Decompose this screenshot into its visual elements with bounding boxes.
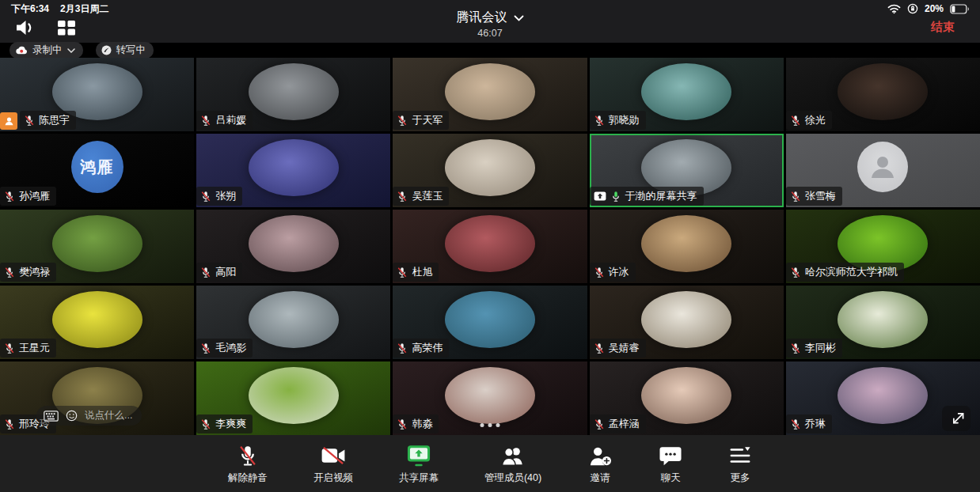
participant-name-label: 张雪梅 [786, 187, 842, 206]
transcribing-label: 转写中 [116, 44, 146, 57]
participant-name: 孙鸿雁 [19, 189, 50, 203]
chevron-down-icon [514, 15, 524, 21]
participant-name: 郭晓勋 [609, 113, 640, 127]
participant-avatar [52, 291, 142, 348]
participant-name-label: 韩淼 [393, 414, 439, 433]
more-icon [728, 443, 752, 468]
participant-tile[interactable]: 邢玲玲 说点什么... [0, 361, 194, 435]
mic-muted-icon [397, 191, 408, 202]
toolbar-label: 开启视频 [313, 471, 353, 485]
toolbar-label: 更多 [731, 471, 750, 485]
share-screen-icon [406, 443, 431, 468]
collapse-grid-icon[interactable] [942, 406, 971, 431]
invite-button[interactable]: 邀请 [583, 442, 617, 486]
participant-name: 于天军 [412, 113, 443, 127]
participant-tile[interactable]: 韩淼 [393, 361, 587, 435]
participant-name: 张朔 [215, 189, 236, 203]
participant-avatar [249, 367, 339, 424]
participant-tile[interactable]: 鸿雁 孙鸿雁 [0, 134, 194, 207]
mic-muted-icon [200, 191, 211, 202]
badges-bar: 录制中 转写中 [0, 43, 980, 58]
participant-avatar [838, 367, 928, 424]
manage-members-button[interactable]: 管理成员(40) [480, 442, 546, 486]
participant-tile[interactable]: 哈尔滨师范大学祁凯 [786, 210, 980, 283]
mic-muted-icon [790, 191, 801, 202]
participant-tile[interactable]: 高阳 [196, 210, 390, 283]
emoji-icon[interactable] [66, 410, 78, 422]
start-video-button[interactable]: 开启视频 [309, 442, 358, 486]
participant-name: 李同彬 [805, 341, 836, 355]
participant-tile[interactable]: 郭晓勋 [590, 58, 784, 131]
participant-avatar [249, 215, 339, 272]
chat-button[interactable]: 聊天 [654, 442, 687, 486]
participant-name: 樊鸿禄 [19, 265, 50, 279]
toolbar-label: 管理成员(40) [484, 471, 541, 485]
participant-tile[interactable]: 杜旭 [393, 210, 587, 283]
mic-muted-icon [594, 267, 605, 278]
participant-tile[interactable]: 张雪梅 [786, 134, 980, 207]
unmute-button[interactable]: 解除静音 [223, 442, 272, 486]
chevron-down-icon [67, 48, 75, 53]
chat-placeholder: 说点什么... [85, 409, 132, 422]
participant-tile[interactable]: 高荣伟 [393, 286, 587, 359]
participant-tile[interactable]: 于渤的屏幕共享 [590, 134, 784, 207]
participant-avatar [641, 215, 731, 272]
participant-avatar [445, 139, 535, 196]
recording-cloud-icon [15, 46, 28, 55]
participant-avatar [249, 139, 339, 196]
mic-muted-icon [200, 343, 211, 354]
mic-muted-icon [790, 343, 801, 354]
mic-muted-icon [200, 418, 211, 430]
participant-name-label: 哈尔滨师范大学祁凯 [786, 263, 904, 282]
participant-avatar [445, 215, 535, 272]
participant-name-label: 李同彬 [786, 339, 842, 358]
participant-name: 陈思宇 [39, 113, 70, 127]
participant-name-label: 孟梓涵 [590, 414, 646, 433]
chat-input[interactable]: 说点什么... [36, 406, 142, 426]
participant-tile[interactable]: 于天军 [393, 58, 587, 131]
participant-name: 哈尔滨师范大学祁凯 [805, 265, 898, 279]
end-meeting-button[interactable]: 结束 [926, 19, 959, 36]
participant-name-label: 许冰 [590, 263, 636, 282]
participant-name: 韩淼 [412, 417, 432, 431]
participant-tile[interactable]: 陈思宇 [0, 58, 194, 131]
placeholder-person-icon [857, 142, 908, 192]
participant-tile[interactable]: 孟梓涵 [590, 361, 784, 435]
carousel-dots [480, 423, 499, 427]
recording-badge[interactable]: 录制中 [9, 42, 83, 59]
participant-name: 吕莉媛 [215, 113, 246, 127]
participant-tile[interactable]: 毛鸿影 [196, 286, 390, 359]
more-button[interactable]: 更多 [724, 442, 757, 486]
participant-tile[interactable]: 张朔 [196, 134, 390, 207]
participant-name-label: 毛鸿影 [196, 339, 253, 358]
participant-avatar [52, 215, 142, 272]
participant-tile[interactable]: 吕莉媛 [196, 58, 390, 131]
keyboard-icon [44, 411, 59, 422]
recording-label: 录制中 [32, 44, 63, 57]
participant-tile[interactable]: 王星元 [0, 286, 194, 359]
transcribing-badge[interactable]: 转写中 [96, 42, 154, 59]
participant-avatar [445, 63, 535, 120]
mic-muted-icon [594, 343, 605, 354]
participant-tile[interactable]: 徐光 [786, 58, 980, 131]
mic-muted-icon [594, 115, 605, 127]
mic-muted-icon [594, 418, 605, 430]
share-screen-button[interactable]: 共享屏幕 [394, 442, 443, 486]
header: 下午6:34 2月3日周二 20% 腾讯会议 46:07 结束 [0, 0, 980, 43]
participant-tile[interactable]: 吴婧睿 [590, 286, 784, 359]
participant-tile[interactable]: 吴莲玉 [393, 134, 587, 207]
participant-avatar: 鸿雁 [71, 141, 123, 193]
participant-tile[interactable]: 李爽爽 [196, 361, 390, 435]
participant-tile[interactable]: 许冰 [590, 210, 784, 283]
mic-muted-icon [200, 267, 211, 278]
mic-muted-icon [4, 191, 15, 202]
meeting-title[interactable]: 腾讯会议 [457, 9, 524, 26]
participant-name-label: 陈思宇 [20, 111, 76, 130]
bottom-toolbar: 解除静音开启视频共享屏幕管理成员(40)邀请聊天更多 [0, 435, 980, 492]
participant-name-label: 高阳 [196, 263, 242, 282]
screen-share-icon [594, 191, 606, 201]
participant-tile[interactable]: 李同彬 [786, 286, 980, 359]
participant-tile[interactable]: 樊鸿禄 [0, 210, 194, 283]
participant-avatar [641, 63, 731, 120]
participant-name-label: 吕莉媛 [196, 111, 253, 130]
